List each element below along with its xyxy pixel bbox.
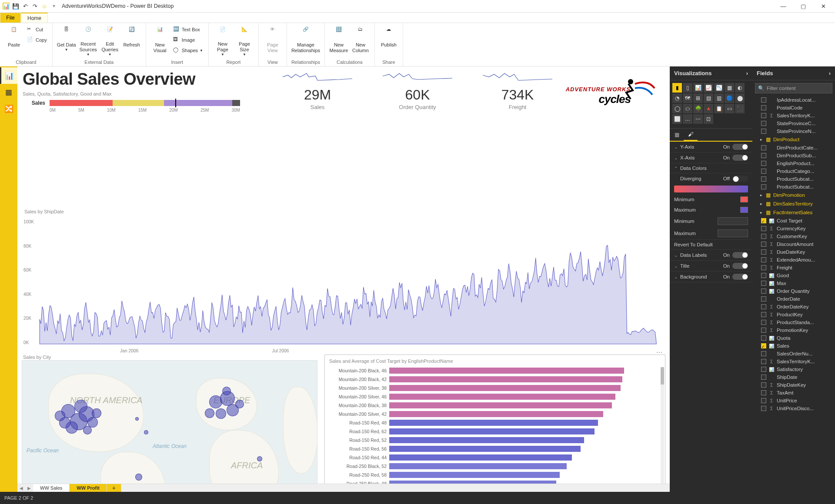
- checkbox[interactable]: ✓: [761, 343, 766, 348]
- field-item[interactable]: OrderDate: [752, 295, 835, 303]
- viz-type-icon[interactable]: 📋: [714, 104, 724, 113]
- format-y-axis[interactable]: ⌄Y-AxisOn: [670, 142, 752, 153]
- field-item[interactable]: Σ ProductKey: [752, 311, 835, 318]
- kpi-card[interactable]: 734K Freight: [483, 71, 552, 110]
- tab-home[interactable]: Home: [21, 13, 48, 23]
- tab-next-icon[interactable]: ▶: [25, 484, 33, 492]
- checkbox[interactable]: [761, 359, 766, 364]
- viz-type-icon[interactable]: ◯: [672, 104, 682, 113]
- field-item[interactable]: Σ CurrencyKey: [752, 225, 835, 232]
- viz-type-icon[interactable]: 📈: [704, 83, 713, 93]
- close-icon[interactable]: ✕: [814, 1, 832, 11]
- visual-options-icon[interactable]: ⋯: [656, 349, 663, 356]
- format-data-colors[interactable]: ⌃Data Colors: [670, 163, 752, 173]
- sheet-tab[interactable]: WW Sales: [33, 484, 70, 492]
- checkbox[interactable]: [761, 367, 766, 372]
- checkbox[interactable]: [761, 169, 766, 174]
- minimize-icon[interactable]: —: [774, 1, 792, 11]
- cut-button[interactable]: ✂Cut: [25, 25, 49, 34]
- checkbox[interactable]: [761, 234, 766, 239]
- refresh-button[interactable]: 🔄Refresh: [121, 25, 142, 57]
- new-measure-button[interactable]: 🔢New Measure: [328, 25, 349, 57]
- viz-type-icon[interactable]: ▭: [725, 104, 734, 113]
- sheet-tab[interactable]: WW Profit: [70, 484, 107, 492]
- fields-search[interactable]: 🔍 Filter content: [755, 83, 832, 93]
- max-value-input[interactable]: [718, 229, 748, 237]
- revert-to-default[interactable]: Revert To Default: [670, 239, 752, 250]
- toggle[interactable]: [732, 252, 748, 258]
- viz-type-icon[interactable]: ◐: [735, 83, 745, 93]
- checkbox[interactable]: [761, 242, 766, 247]
- tab-prev-icon[interactable]: ◀: [17, 484, 25, 492]
- viz-type-icon[interactable]: ▯: [683, 83, 692, 93]
- viz-type-icon[interactable]: ⋯: [693, 114, 703, 124]
- bar-chart[interactable]: ⋯ Sales and Average of Cost Target by En…: [324, 355, 665, 484]
- format-title[interactable]: ⌄TitleOn: [670, 261, 752, 272]
- color-swatch[interactable]: [740, 207, 748, 213]
- scrollbar[interactable]: [661, 367, 664, 484]
- page-size-button[interactable]: 📐Page Size▼: [234, 25, 255, 57]
- checkbox[interactable]: [761, 176, 766, 182]
- paste-button[interactable]: 📋Paste: [3, 25, 24, 57]
- viz-type-icon[interactable]: 📉: [714, 83, 724, 93]
- viz-type-icon[interactable]: ⬛: [735, 104, 745, 113]
- viz-type-icon[interactable]: ▥: [714, 93, 724, 103]
- checkbox[interactable]: [761, 296, 766, 302]
- field-item[interactable]: PostalCode: [752, 104, 835, 112]
- checkbox[interactable]: [761, 328, 766, 333]
- viz-type-icon[interactable]: ◔: [672, 93, 682, 103]
- area-chart[interactable]: Sales by ShipDate 100K80K60K40K20K0K Jan…: [22, 214, 665, 353]
- qat-more-icon[interactable]: ▼: [50, 3, 57, 10]
- viz-type-icon[interactable]: 📊: [693, 83, 703, 93]
- format-tab-icon[interactable]: 🖌: [684, 129, 698, 141]
- field-table[interactable]: ▸▦DimProduct: [752, 135, 835, 144]
- viz-type-icon[interactable]: ▤: [704, 93, 713, 103]
- format-x-axis[interactable]: ⌄X-AxisOn: [670, 153, 752, 163]
- format-background[interactable]: ⌄BackgroundOn: [670, 272, 752, 282]
- min-value-input[interactable]: [718, 217, 748, 225]
- undo-icon[interactable]: ↶: [22, 3, 29, 10]
- viz-type-icon[interactable]: ⬭: [683, 104, 692, 113]
- field-item[interactable]: Σ ProductStanda...: [752, 318, 835, 326]
- field-item[interactable]: StateProvinceN...: [752, 127, 835, 135]
- field-item[interactable]: Σ TaxAmt: [752, 389, 835, 397]
- checkbox[interactable]: [761, 320, 766, 325]
- model-view-icon[interactable]: 🔀: [0, 100, 17, 117]
- checkbox[interactable]: [761, 382, 766, 388]
- checkbox[interactable]: [761, 129, 766, 134]
- color-swatch[interactable]: [740, 196, 748, 202]
- get-data-button[interactable]: 🗄Get Data▼: [56, 25, 77, 57]
- checkbox[interactable]: [761, 105, 766, 110]
- viz-type-icon[interactable]: 🗺: [683, 93, 692, 103]
- tab-file[interactable]: File: [0, 13, 21, 23]
- checkbox[interactable]: [761, 161, 766, 166]
- toggle[interactable]: [732, 144, 748, 150]
- redo-icon[interactable]: ↷: [31, 3, 38, 10]
- new-page-button[interactable]: 📄New Page▼: [212, 25, 233, 57]
- checkbox[interactable]: [761, 304, 766, 309]
- field-item[interactable]: Σ SalesTerritoryK...: [752, 358, 835, 365]
- field-item[interactable]: 📊 Order Quantity: [752, 287, 835, 295]
- collapse-icon[interactable]: ›: [829, 70, 831, 76]
- checkbox[interactable]: [761, 398, 766, 403]
- field-item[interactable]: DimProductSub...: [752, 152, 835, 159]
- checkbox[interactable]: [761, 97, 766, 103]
- field-item[interactable]: Σ ExtendedAmou...: [752, 256, 835, 264]
- checkbox[interactable]: [761, 265, 766, 270]
- viz-type-icon[interactable]: 🔺: [704, 104, 713, 113]
- viz-type-icon[interactable]: ▦: [725, 83, 734, 93]
- publish-button[interactable]: ☁Publish: [378, 25, 399, 57]
- checkbox[interactable]: ✓: [761, 218, 766, 223]
- field-item[interactable]: 📊 Satisfactory: [752, 365, 835, 373]
- fields-list[interactable]: IpAddressLocat... PostalCode Σ SalesTerr…: [752, 96, 835, 494]
- viz-type-icon[interactable]: 🌳: [693, 104, 703, 113]
- field-item[interactable]: StateProvinceC...: [752, 119, 835, 127]
- field-table[interactable]: ▸▦FactInternetSales: [752, 208, 835, 217]
- edit-queries-button[interactable]: 📝Edit Queries▼: [100, 25, 120, 57]
- maximize-icon[interactable]: ▢: [794, 1, 812, 11]
- viz-type-icon[interactable]: ⬤: [735, 93, 745, 103]
- field-item[interactable]: Σ DiscountAmount: [752, 240, 835, 248]
- kpi-card[interactable]: 29M Sales: [283, 71, 352, 110]
- checkbox[interactable]: [761, 312, 766, 317]
- field-item[interactable]: ✓ 📊 Cost Target: [752, 217, 835, 225]
